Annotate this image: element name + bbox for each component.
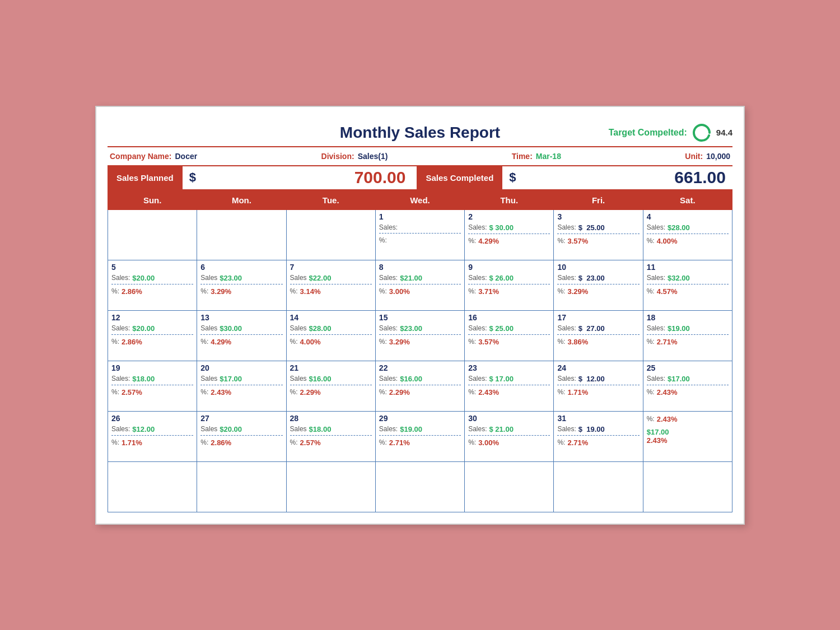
sales-completed-dollar: $ xyxy=(502,170,522,185)
pct-value: 2.29% xyxy=(300,388,321,396)
calendar-cell: 23Sales:$ 17.00%:2.43% xyxy=(465,361,554,411)
calendar-cell: 12Sales:$20.00%:2.86% xyxy=(108,310,197,361)
pct-value: 2.43% xyxy=(657,388,678,396)
sales-amount: $30.00 xyxy=(220,324,242,333)
sales-amount: $23.00 xyxy=(400,324,422,333)
sales-label: Sales xyxy=(290,375,307,382)
target-section: Target Compelted: 94.4 xyxy=(609,123,732,143)
company-info: Company Name: Docer xyxy=(110,152,197,161)
fri-dollar: $ 23.00 xyxy=(578,274,605,282)
day-number: 13 xyxy=(200,313,282,322)
sales-label: Sales: xyxy=(111,324,130,332)
sales-label: Sales: xyxy=(379,425,398,433)
target-pct: 94.4 xyxy=(716,128,732,137)
day-number: 21 xyxy=(290,363,372,372)
pct-label: %: xyxy=(290,338,298,346)
sales-amount: $20.00 xyxy=(132,324,155,333)
calendar-cell: 4Sales:$28.00%:4.00% xyxy=(643,209,732,260)
calendar-cell: 11Sales:$32.00%:4.57% xyxy=(643,260,732,310)
pct-label: %: xyxy=(468,287,476,295)
sales-label: Sales: xyxy=(111,274,130,282)
company-label: Company Name: xyxy=(110,152,171,161)
sales-amount: $ 30.00 xyxy=(489,223,513,232)
pct-label: %: xyxy=(647,338,655,346)
pct-label: %: xyxy=(468,237,476,245)
calendar-cell: 1Sales:%: xyxy=(375,209,464,260)
calendar-body: 1Sales:%:2Sales:$ 30.00%:4.29%3Sales:$ 2… xyxy=(108,209,732,512)
time-value: Mar-18 xyxy=(536,152,561,161)
sales-amount: $17.00 xyxy=(647,428,729,436)
sales-label: Sales: xyxy=(468,324,487,332)
calendar-cell: 19Sales:$18.00%:2.57% xyxy=(108,361,197,411)
calendar-table: Sun.Mon.Tue.Wed.Thu.Fri.Sat. 1Sales:%:2S… xyxy=(108,190,732,512)
pct-value: 3.00% xyxy=(478,438,499,447)
pct-value: 3.29% xyxy=(211,287,231,296)
sales-summary-row: Sales Planned $ 700.00 Sales Completed $… xyxy=(108,166,732,190)
sales-label: Sales xyxy=(290,425,307,433)
pct-value: 3.29% xyxy=(389,338,410,346)
calendar-cell: 2Sales:$ 30.00%:4.29% xyxy=(465,209,554,260)
calendar-cell: 15Sales:$23.00%:3.29% xyxy=(375,310,464,361)
day-number: 12 xyxy=(111,313,193,322)
calendar-week-row: 1Sales:%:2Sales:$ 30.00%:4.29%3Sales:$ 2… xyxy=(108,209,732,260)
sales-amount: $ 17.00 xyxy=(489,375,513,383)
calendar-day-header: Wed. xyxy=(375,190,464,209)
sales-amount: $ 26.00 xyxy=(489,274,513,282)
sales-amount: $19.00 xyxy=(400,425,422,433)
day-number: 31 xyxy=(557,414,639,423)
sales-label: Sales xyxy=(200,274,217,282)
pct-label: %: xyxy=(379,438,387,446)
pct-value: 2.43% xyxy=(478,388,499,396)
pct-label: %: xyxy=(379,388,387,396)
sales-amount: $ 25.00 xyxy=(489,324,513,333)
sales-amount: $21.00 xyxy=(400,274,422,282)
pct-label: %: xyxy=(200,438,208,446)
day-number: 7 xyxy=(290,263,372,272)
calendar-header-row: Sun.Mon.Tue.Wed.Thu.Fri.Sat. xyxy=(108,190,732,209)
calendar-day-header: Fri. xyxy=(554,190,643,209)
day-number: 29 xyxy=(379,414,461,423)
day-number: 30 xyxy=(468,414,550,423)
pct-value: 2.57% xyxy=(122,388,142,396)
pct-value: 4.29% xyxy=(211,338,231,346)
pct-label: %: xyxy=(111,287,119,295)
calendar-cell: 8Sales:$21.00%:3.00% xyxy=(375,260,464,310)
pct-value: 2.43% xyxy=(657,415,678,423)
target-label: Target Compelted: xyxy=(609,128,687,138)
day-number: 25 xyxy=(647,363,729,372)
day-number: 27 xyxy=(200,414,282,423)
calendar-cell: 10Sales:$ 23.00%:3.29% xyxy=(554,260,643,310)
pct-label: %: xyxy=(557,388,565,396)
pct-value: 1.71% xyxy=(567,388,588,396)
calendar-cell: 3Sales:$ 25.00%:3.57% xyxy=(554,209,643,260)
sales-planned-dollar: $ xyxy=(183,170,203,185)
calendar-cell: 17Sales:$ 27.00%:3.86% xyxy=(554,310,643,361)
sales-label: Sales xyxy=(290,274,307,282)
sales-label: Sales: xyxy=(111,425,130,433)
division-value: Sales(1) xyxy=(358,152,388,161)
calendar-cell: 24Sales:$ 12.00%:1.71% xyxy=(554,361,643,411)
day-number: 4 xyxy=(647,212,729,221)
sales-amount: $18.00 xyxy=(132,375,155,383)
pct-value: 2.57% xyxy=(300,438,321,447)
day-number: 1 xyxy=(379,212,461,221)
sales-label: Sales xyxy=(200,425,217,433)
pct-label: %: xyxy=(379,236,387,244)
pct-label: %: xyxy=(290,388,298,396)
pct-label: %: xyxy=(290,287,298,295)
pct-label: %: xyxy=(468,388,476,396)
calendar-cell: 5Sales:$20.00%:2.86% xyxy=(108,260,197,310)
pct-label: %: xyxy=(200,388,208,396)
sales-label: Sales: xyxy=(379,223,398,231)
sales-label: Sales: xyxy=(468,375,487,382)
svg-point-0 xyxy=(694,125,710,141)
calendar-cell: 9Sales:$ 26.00%:3.71% xyxy=(465,260,554,310)
calendar-cell: 30Sales:$ 21.00%:3.00% xyxy=(465,411,554,461)
calendar-cell xyxy=(554,461,643,512)
calendar-cell: 29Sales:$19.00%:2.71% xyxy=(375,411,464,461)
sales-amount: $16.00 xyxy=(400,375,422,383)
pct-label: %: xyxy=(647,287,655,295)
pct-label: %: xyxy=(111,388,119,396)
sales-amount: $23.00 xyxy=(220,274,242,282)
pct-value: 3.57% xyxy=(478,338,499,346)
